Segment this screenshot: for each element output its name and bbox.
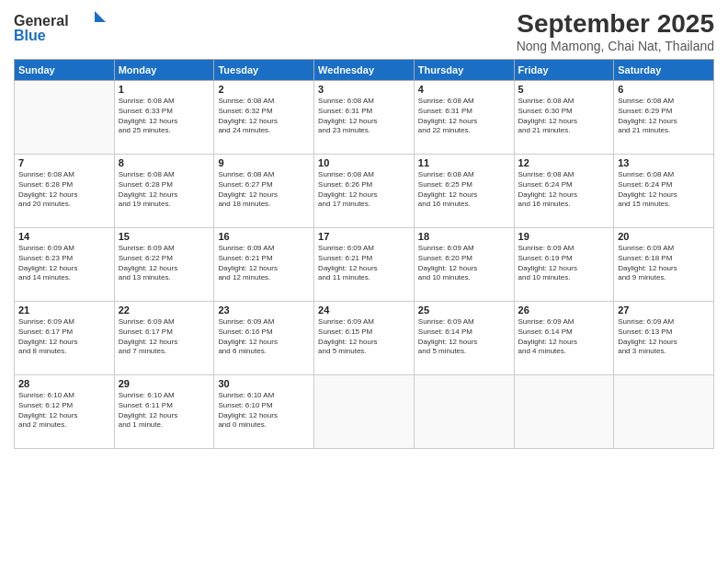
svg-text:General: General	[14, 13, 69, 29]
calendar-cell: 18Sunrise: 6:09 AMSunset: 6:20 PMDayligh…	[414, 228, 514, 302]
day-number: 22	[119, 304, 210, 316]
logo: General Blue	[14, 9, 106, 44]
logo-row: General Blue	[14, 9, 106, 44]
calendar-cell: 12Sunrise: 6:08 AMSunset: 6:24 PMDayligh…	[514, 155, 614, 228]
calendar-cell: 4Sunrise: 6:08 AMSunset: 6:31 PMDaylight…	[414, 81, 514, 155]
calendar-cell: 24Sunrise: 6:09 AMSunset: 6:15 PMDayligh…	[314, 302, 415, 375]
day-info: Sunrise: 6:08 AMSunset: 6:27 PMDaylight:…	[218, 170, 310, 210]
weekday-header-row: SundayMondayTuesdayWednesdayThursdayFrid…	[15, 60, 714, 81]
week-row-5: 28Sunrise: 6:10 AMSunset: 6:12 PMDayligh…	[15, 375, 714, 449]
day-number: 7	[18, 157, 110, 168]
week-row-3: 14Sunrise: 6:09 AMSunset: 6:23 PMDayligh…	[15, 228, 714, 302]
day-info: Sunrise: 6:08 AMSunset: 6:31 PMDaylight:…	[318, 97, 410, 136]
day-info: Sunrise: 6:09 AMSunset: 6:14 PMDaylight:…	[518, 317, 610, 357]
day-info: Sunrise: 6:09 AMSunset: 6:14 PMDaylight:…	[418, 317, 510, 357]
calendar-cell	[614, 375, 714, 449]
day-info: Sunrise: 6:08 AMSunset: 6:24 PMDaylight:…	[618, 170, 710, 210]
calendar-cell: 17Sunrise: 6:09 AMSunset: 6:21 PMDayligh…	[314, 228, 415, 302]
day-info: Sunrise: 6:09 AMSunset: 6:17 PMDaylight:…	[119, 317, 210, 357]
day-info: Sunrise: 6:10 AMSunset: 6:11 PMDaylight:…	[119, 391, 210, 431]
day-info: Sunrise: 6:08 AMSunset: 6:26 PMDaylight:…	[318, 170, 410, 210]
day-info: Sunrise: 6:08 AMSunset: 6:28 PMDaylight:…	[18, 170, 110, 210]
calendar-cell: 3Sunrise: 6:08 AMSunset: 6:31 PMDaylight…	[314, 81, 415, 155]
calendar-cell: 26Sunrise: 6:09 AMSunset: 6:14 PMDayligh…	[514, 302, 614, 375]
day-number: 19	[518, 231, 610, 242]
day-info: Sunrise: 6:08 AMSunset: 6:24 PMDaylight:…	[518, 170, 610, 210]
day-number: 2	[218, 84, 310, 95]
day-number: 6	[618, 84, 710, 95]
month-title: September 2025	[517, 9, 714, 39]
header: General Blue September 2025 Nong Mamong,…	[14, 9, 714, 53]
day-number: 3	[318, 84, 410, 95]
day-number: 9	[218, 157, 310, 168]
day-number: 28	[18, 378, 110, 389]
calendar-cell	[314, 375, 415, 449]
day-number: 30	[218, 378, 310, 389]
calendar-cell: 28Sunrise: 6:10 AMSunset: 6:12 PMDayligh…	[15, 375, 115, 449]
day-number: 29	[119, 378, 210, 389]
weekday-header-monday: Monday	[114, 60, 214, 81]
calendar-cell: 16Sunrise: 6:09 AMSunset: 6:21 PMDayligh…	[214, 228, 314, 302]
calendar-cell	[414, 375, 514, 449]
week-row-4: 21Sunrise: 6:09 AMSunset: 6:17 PMDayligh…	[15, 302, 714, 375]
day-info: Sunrise: 6:09 AMSunset: 6:13 PMDaylight:…	[618, 317, 710, 357]
calendar-cell: 7Sunrise: 6:08 AMSunset: 6:28 PMDaylight…	[15, 155, 115, 228]
day-number: 5	[518, 84, 610, 95]
day-number: 16	[218, 231, 310, 242]
calendar-cell: 25Sunrise: 6:09 AMSunset: 6:14 PMDayligh…	[414, 302, 514, 375]
weekday-header-saturday: Saturday	[614, 60, 714, 81]
calendar-cell: 8Sunrise: 6:08 AMSunset: 6:28 PMDaylight…	[114, 155, 214, 228]
day-info: Sunrise: 6:08 AMSunset: 6:31 PMDaylight:…	[418, 97, 510, 136]
calendar-cell: 29Sunrise: 6:10 AMSunset: 6:11 PMDayligh…	[114, 375, 214, 449]
day-info: Sunrise: 6:08 AMSunset: 6:33 PMDaylight:…	[119, 97, 210, 136]
day-info: Sunrise: 6:08 AMSunset: 6:25 PMDaylight:…	[418, 170, 510, 210]
day-number: 27	[618, 304, 710, 316]
svg-text:Blue: Blue	[14, 28, 46, 43]
day-info: Sunrise: 6:09 AMSunset: 6:21 PMDaylight:…	[218, 244, 310, 283]
week-row-1: 1Sunrise: 6:08 AMSunset: 6:33 PMDaylight…	[15, 81, 714, 155]
day-number: 25	[418, 304, 510, 316]
weekday-header-friday: Friday	[514, 60, 614, 81]
day-info: Sunrise: 6:09 AMSunset: 6:16 PMDaylight:…	[218, 317, 310, 357]
calendar-cell: 23Sunrise: 6:09 AMSunset: 6:16 PMDayligh…	[214, 302, 314, 375]
calendar-cell: 13Sunrise: 6:08 AMSunset: 6:24 PMDayligh…	[614, 155, 714, 228]
day-number: 1	[119, 84, 210, 95]
day-number: 12	[518, 157, 610, 168]
day-info: Sunrise: 6:10 AMSunset: 6:10 PMDaylight:…	[218, 391, 310, 431]
day-number: 17	[318, 231, 410, 242]
day-number: 13	[618, 157, 710, 168]
calendar-cell: 10Sunrise: 6:08 AMSunset: 6:26 PMDayligh…	[314, 155, 415, 228]
calendar-cell: 5Sunrise: 6:08 AMSunset: 6:30 PMDaylight…	[514, 81, 614, 155]
calendar-cell: 20Sunrise: 6:09 AMSunset: 6:18 PMDayligh…	[614, 228, 714, 302]
day-number: 18	[418, 231, 510, 242]
day-number: 4	[418, 84, 510, 95]
day-info: Sunrise: 6:09 AMSunset: 6:19 PMDaylight:…	[518, 244, 610, 283]
day-info: Sunrise: 6:09 AMSunset: 6:22 PMDaylight:…	[119, 244, 210, 283]
day-number: 21	[18, 304, 110, 316]
calendar-cell: 15Sunrise: 6:09 AMSunset: 6:22 PMDayligh…	[114, 228, 214, 302]
calendar-cell: 22Sunrise: 6:09 AMSunset: 6:17 PMDayligh…	[114, 302, 214, 375]
day-info: Sunrise: 6:09 AMSunset: 6:20 PMDaylight:…	[418, 244, 510, 283]
logo-svg: General Blue	[14, 9, 106, 44]
weekday-header-tuesday: Tuesday	[214, 60, 314, 81]
day-number: 14	[18, 231, 110, 242]
day-number: 24	[318, 304, 410, 316]
calendar-cell: 19Sunrise: 6:09 AMSunset: 6:19 PMDayligh…	[514, 228, 614, 302]
calendar-cell: 30Sunrise: 6:10 AMSunset: 6:10 PMDayligh…	[214, 375, 314, 449]
calendar-cell: 1Sunrise: 6:08 AMSunset: 6:33 PMDaylight…	[114, 81, 214, 155]
day-info: Sunrise: 6:10 AMSunset: 6:12 PMDaylight:…	[18, 391, 110, 431]
weekday-header-wednesday: Wednesday	[314, 60, 415, 81]
week-row-2: 7Sunrise: 6:08 AMSunset: 6:28 PMDaylight…	[15, 155, 714, 228]
day-info: Sunrise: 6:08 AMSunset: 6:30 PMDaylight:…	[518, 97, 610, 136]
calendar-cell: 21Sunrise: 6:09 AMSunset: 6:17 PMDayligh…	[15, 302, 115, 375]
day-number: 15	[119, 231, 210, 242]
day-number: 26	[518, 304, 610, 316]
page: General Blue September 2025 Nong Mamong,…	[0, 0, 728, 563]
weekday-header-sunday: Sunday	[15, 60, 115, 81]
day-number: 10	[318, 157, 410, 168]
calendar-cell: 6Sunrise: 6:08 AMSunset: 6:29 PMDaylight…	[614, 81, 714, 155]
calendar-cell: 11Sunrise: 6:08 AMSunset: 6:25 PMDayligh…	[414, 155, 514, 228]
day-info: Sunrise: 6:08 AMSunset: 6:28 PMDaylight:…	[119, 170, 210, 210]
day-info: Sunrise: 6:09 AMSunset: 6:17 PMDaylight:…	[18, 317, 110, 357]
day-number: 20	[618, 231, 710, 242]
